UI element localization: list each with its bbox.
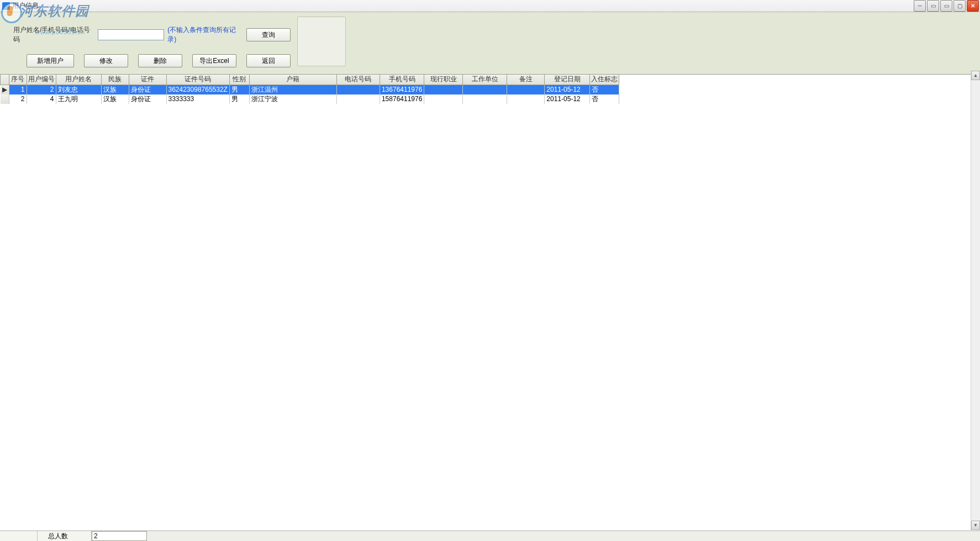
scroll-down-button[interactable]: ▼ [971, 521, 980, 530]
minimize-button[interactable]: ─ [914, 0, 926, 12]
table-row[interactable]: ▶12刘友忠汉族身份证362423098765532Z男浙江温州13676411… [1, 85, 619, 94]
cell-reg[interactable]: 2011-05-12 [545, 94, 590, 104]
cell-mobile[interactable]: 13676411976 [380, 85, 424, 94]
cell-reg[interactable]: 2011-05-12 [545, 85, 590, 94]
col-uid[interactable]: 用户编号 [27, 75, 56, 85]
maximize-button[interactable]: ▢ [953, 0, 966, 12]
export-excel-button[interactable]: 导出Excel [192, 54, 236, 67]
cell-flag[interactable]: 否 [590, 94, 619, 104]
table-row[interactable]: 24王九明汉族身份证3333333男浙江宁波158764119762011-05… [1, 94, 619, 104]
cell-flag[interactable]: 否 [590, 85, 619, 94]
col-sex[interactable]: 性别 [229, 75, 249, 85]
col-tel[interactable]: 电话号码 [336, 75, 380, 85]
cell-work[interactable] [463, 85, 507, 94]
cell-uid[interactable]: 2 [27, 85, 56, 94]
status-blank [0, 531, 38, 541]
cell-origin[interactable]: 浙江宁波 [249, 94, 336, 104]
add-user-button[interactable]: 新增用户 [27, 54, 74, 67]
window-title: 用户信息 [12, 1, 39, 10]
cell-name[interactable]: 刘友忠 [56, 85, 101, 94]
status-total-value: 2 [92, 531, 147, 541]
col-seq[interactable]: 序号 [9, 75, 27, 85]
vertical-scrollbar[interactable]: ▲ ▼ [971, 71, 980, 530]
cell-tel[interactable] [336, 85, 380, 94]
search-row: 用户姓名/手机号码/电话号码 (不输入条件查询所有记录) 查询 [13, 25, 291, 44]
back-button[interactable]: 返回 [246, 54, 291, 67]
scroll-track[interactable] [971, 80, 980, 521]
col-mobile[interactable]: 手机号码 [380, 75, 424, 85]
cell-seq[interactable]: 1 [9, 85, 27, 94]
query-button[interactable]: 查询 [246, 28, 291, 41]
search-input[interactable] [98, 29, 164, 40]
cell-sex[interactable]: 男 [229, 85, 249, 94]
cell-ethnic[interactable]: 汉族 [101, 85, 129, 94]
cell-idno[interactable]: 3333333 [166, 94, 229, 104]
cell-idtype[interactable]: 身份证 [129, 94, 166, 104]
row-marker [1, 94, 9, 104]
col-ethnic[interactable]: 民族 [101, 75, 129, 85]
col-reg[interactable]: 登记日期 [545, 75, 590, 85]
header-row: 序号 用户编号 用户姓名 民族 证件 证件号码 性别 户籍 电话号码 手机号码 … [1, 75, 619, 85]
cell-ethnic[interactable]: 汉族 [101, 94, 129, 104]
cell-origin[interactable]: 浙江温州 [249, 85, 336, 94]
cell-name[interactable]: 王九明 [56, 94, 101, 104]
col-work[interactable]: 工作单位 [463, 75, 507, 85]
col-idtype[interactable]: 证件 [129, 75, 166, 85]
toolbar: 用户姓名/手机号码/电话号码 (不输入条件查询所有记录) 查询 新增用户 修改 … [0, 12, 980, 75]
window-controls: ─ ▭ ▭ ▢ ✕ [914, 0, 980, 12]
search-label: 用户姓名/手机号码/电话号码 [13, 25, 94, 44]
col-flag[interactable]: 入住标志 [590, 75, 619, 85]
blank-panel [297, 17, 346, 66]
action-buttons: 新增用户 修改 删除 导出Excel 返回 [13, 54, 291, 67]
col-idno[interactable]: 证件号码 [166, 75, 229, 85]
edit-button[interactable]: 修改 [84, 54, 128, 67]
app-icon [2, 2, 10, 10]
row-marker-header [1, 75, 9, 85]
title-bar: 用户信息 河东软件园 www.pc0359.cn ─ ▭ ▭ ▢ ✕ [0, 0, 980, 12]
cell-idtype[interactable]: 身份证 [129, 85, 166, 94]
restore-button-2[interactable]: ▭ [940, 0, 952, 12]
restore-button-1[interactable]: ▭ [927, 0, 939, 12]
delete-button[interactable]: 删除 [138, 54, 182, 67]
col-job[interactable]: 现行职业 [424, 75, 463, 85]
content-area: 序号 用户编号 用户姓名 民族 证件 证件号码 性别 户籍 电话号码 手机号码 … [0, 75, 980, 531]
status-bar: 总人数 2 [0, 531, 980, 541]
cell-work[interactable] [463, 94, 507, 104]
cell-remark[interactable] [507, 94, 545, 104]
cell-mobile[interactable]: 15876411976 [380, 94, 424, 104]
cell-remark[interactable] [507, 85, 545, 94]
search-hint: (不输入条件查询所有记录) [167, 25, 243, 44]
col-remark[interactable]: 备注 [507, 75, 545, 85]
cell-seq[interactable]: 2 [9, 94, 27, 104]
cell-job[interactable] [424, 94, 463, 104]
scroll-up-button[interactable]: ▲ [971, 71, 980, 80]
row-marker: ▶ [1, 85, 9, 94]
status-total-label: 总人数 [38, 531, 92, 541]
cell-job[interactable] [424, 85, 463, 94]
data-grid[interactable]: 序号 用户编号 用户姓名 民族 证件 证件号码 性别 户籍 电话号码 手机号码 … [0, 75, 980, 531]
col-name[interactable]: 用户姓名 [56, 75, 101, 85]
col-origin[interactable]: 户籍 [249, 75, 336, 85]
cell-tel[interactable] [336, 94, 380, 104]
cell-uid[interactable]: 4 [27, 94, 56, 104]
cell-sex[interactable]: 男 [229, 94, 249, 104]
close-button[interactable]: ✕ [967, 0, 979, 12]
cell-idno[interactable]: 362423098765532Z [166, 85, 229, 94]
